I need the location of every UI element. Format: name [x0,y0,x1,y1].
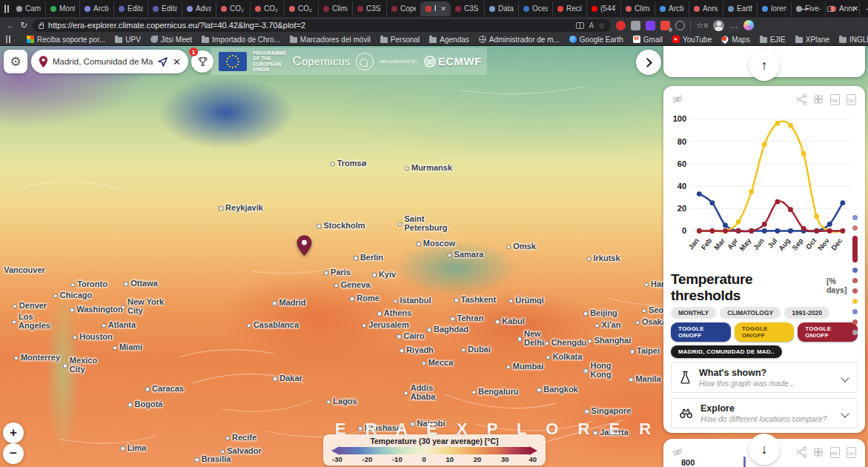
explore-row[interactable]: Explore How do different locations compa… [671,398,858,428]
refresh-icon[interactable]: ↻ [20,20,27,30]
tab-close-icon[interactable]: ✕ [440,5,446,13]
favorites-list-icon[interactable]: ☆≡ [696,21,708,30]
achievements-button[interactable]: 1 [191,50,213,73]
browser-tab[interactable]: Annu [689,1,723,16]
pill-climatology[interactable]: CLIMATOLOGY [720,307,781,319]
pill-period[interactable]: 1991-2020 [784,307,829,319]
browser-tab[interactable]: Clima [621,1,655,16]
chart-indicator-dot[interactable] [852,268,858,273]
bookmark-item[interactable]: Maps [721,36,749,44]
browser-tab[interactable]: Mont [46,1,80,16]
bookmark-item[interactable]: Administrador de m... [479,36,560,44]
share-icon[interactable] [794,444,810,460]
whats-shown-row[interactable]: What's shown? How this graph was made... [671,362,858,393]
settings-menu-icon[interactable]: … [729,20,738,30]
download-png-icon[interactable]: PNG [826,444,843,460]
browser-tab[interactable]: Recib [553,1,587,16]
chart-indicator-dot[interactable] [852,236,858,262]
bookmark-item[interactable]: YouTube [672,36,712,44]
browser-tab[interactable]: loren [758,1,792,16]
chart-indicator-dot[interactable] [852,215,858,220]
panel-collapse-button[interactable] [636,50,661,75]
bookmark-item[interactable]: Marcadores del móvil [290,36,371,44]
download-csv-icon[interactable]: CSV [843,91,859,107]
maximize-button[interactable]: ▢ [818,4,843,13]
extension-icon[interactable] [675,21,685,30]
profile-avatar[interactable] [713,20,724,31]
minimize-button[interactable]: — [792,4,818,13]
browser-tab[interactable]: Clima [319,1,353,16]
bookmark-item[interactable]: Personal [380,36,420,44]
favorite-star-icon[interactable]: ☆ [598,21,605,30]
pill-monthly[interactable]: MONTHLY [671,307,716,319]
browser-tab[interactable]: Cope [387,1,421,16]
bookmark-item[interactable]: EJIE [760,36,786,44]
location-search-box[interactable]: Madrid, Comunidad de Madrid ✕ [31,50,188,73]
bookmark-item[interactable]: Jitsi Meet [150,36,192,44]
browser-tab[interactable]: Ocea [519,1,553,16]
browser-tab[interactable]: CO₂ a [216,1,251,16]
browser-tab[interactable]: Arctic [655,1,689,16]
locate-me-icon[interactable] [157,56,168,67]
bookmark-item[interactable]: INGLES [839,36,868,44]
location-pill[interactable]: MADRID, COMUNIDAD DE MAD.. [671,345,782,358]
tab-strip-icon[interactable] [4,4,6,13]
toggle-blue-series[interactable]: TOGGLE ON/OFF [671,322,731,342]
chart-indicator-dot[interactable] [852,309,858,314]
chart-indicator-dot[interactable] [852,319,858,325]
chart-indicator-dot[interactable] [852,288,858,294]
back-icon[interactable]: ← [6,20,15,30]
scroll-down-button[interactable]: ↓ [749,434,780,465]
bookmark-item[interactable]: Importado de Chro... [202,36,280,44]
browser-tab[interactable]: C3S g [451,1,485,16]
browser-tab[interactable]: (544) [587,1,621,16]
copilot-icon[interactable] [743,20,754,30]
zoom-in-button[interactable]: + [3,423,24,443]
browser-tab[interactable]: CO₂ e [251,1,285,16]
active-tab[interactable]: E ✕ [421,1,451,16]
browser-tab[interactable]: Edita [114,1,148,16]
search-input[interactable]: Madrid, Comunidad de Madrid [53,57,153,66]
extension-icon[interactable] [631,21,640,30]
bookmark-item[interactable]: Agendas [429,36,468,44]
browser-tab[interactable]: Adva [182,1,216,16]
settings-button[interactable]: ⚙ [4,50,27,73]
extension-icon[interactable]: 2 [660,21,670,30]
browser-tab[interactable]: Edita [148,1,182,16]
browser-tab[interactable]: Data [485,1,519,16]
download-csv-icon[interactable]: CSV [843,444,859,460]
hide-chart-icon[interactable] [669,91,686,107]
read-aloud-icon[interactable]: A [589,21,594,30]
chart-indicator-dot[interactable] [852,299,858,304]
close-button[interactable]: ✕ [843,4,868,13]
clear-search-icon[interactable]: ✕ [173,56,181,67]
toggle-red-series[interactable]: TOGGLE ON/OFF [798,322,858,342]
chart-indicator-dot[interactable] [852,330,858,335]
chevron-down-icon[interactable] [841,374,849,382]
split-screen-icon[interactable] [576,22,584,29]
scroll-up-button[interactable]: ↑ [749,50,780,81]
palette-icon[interactable] [810,444,826,460]
bookmark-item[interactable]: UPV [115,36,141,44]
sidebar-icon[interactable] [6,35,7,44]
adblock-extension-icon[interactable] [616,21,626,30]
share-icon[interactable] [794,91,810,107]
url-text[interactable]: https://era-explorer.climate.copernicus.… [48,21,572,30]
bookmark-item[interactable]: Reciba soporte por... [27,36,105,44]
download-png-icon[interactable]: PNG [826,91,843,107]
toggle-yellow-series[interactable]: TOGGLE ON/OFF [735,322,795,342]
bookmark-item[interactable]: XPlane [795,36,829,44]
bookmark-item[interactable]: Google Earth [569,36,623,44]
chart-indicator-dot[interactable] [852,278,858,283]
palette-icon[interactable] [810,91,826,107]
chart-indicator-dot[interactable] [852,225,858,231]
thresholds-chart[interactable]: 020406080100JanFebMarAprMayJunJulAugSepO… [669,108,856,267]
chevron-down-icon[interactable] [841,409,849,417]
url-bar[interactable]: https://era-explorer.climate.copernicus.… [33,19,611,32]
browser-tab[interactable]: Arctic [80,1,114,16]
browser-tab[interactable]: CO₂ e [285,1,319,16]
browser-tab[interactable]: C3S g [353,1,387,16]
bookmark-item[interactable]: Gmail [633,36,663,44]
zoom-out-button[interactable]: − [3,443,24,464]
extension-icon[interactable] [646,21,655,30]
